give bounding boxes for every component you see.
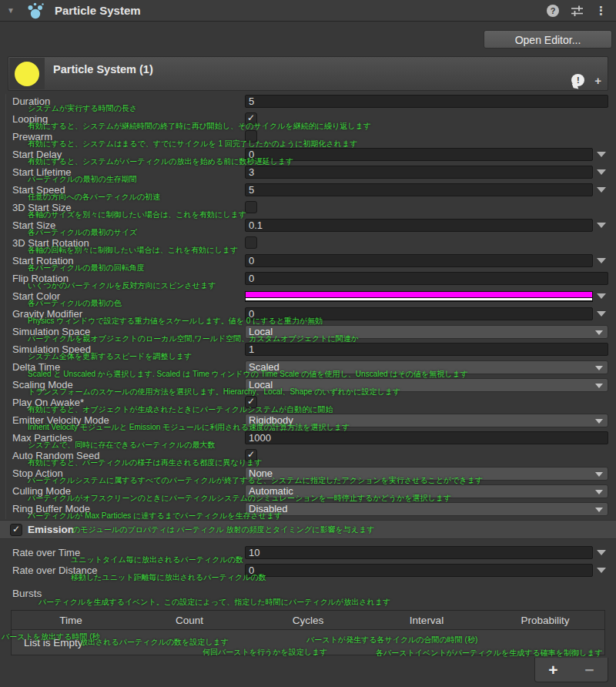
particle-system-icon xyxy=(26,2,45,20)
chevron-down-icon xyxy=(595,508,603,512)
property-row: Rate over Time ユニットタイム毎に放出されるパーティクルの数 10 xyxy=(0,545,616,563)
property-tooltip: Scaled と Unscaled から選択します. Scaled は Time… xyxy=(28,369,468,380)
property-row: Simulation Space パーティクルを親オブジェクトのローカル空間,ワ… xyxy=(0,324,616,342)
particle-system-name: Particle System (1) xyxy=(53,63,153,75)
presets-icon[interactable] xyxy=(571,5,584,17)
bursts-column-interval: Interval xyxy=(367,615,486,626)
value-field[interactable]: 10 xyxy=(245,546,593,559)
property-label: Rate over Time xyxy=(12,547,80,558)
bursts-table-header: TimeCountCyclesIntervalProbability xyxy=(11,610,605,630)
curve-options-icon[interactable] xyxy=(597,293,606,299)
burst-column-tooltip: バーストが発生する各サイクルの合間の時間 (秒) xyxy=(306,635,477,645)
bursts-tooltip: パーティクルを生成するイベント。この設定によって、指定した時間にパーティクルが放… xyxy=(38,597,390,608)
material-preview-box xyxy=(9,58,45,89)
value-field[interactable]: 0 xyxy=(245,272,608,285)
value-field[interactable]: 5 xyxy=(245,95,608,108)
property-row: Culling Mode パーティクルがオフスクリーンのときにパーティクルシステ… xyxy=(0,484,616,501)
property-tooltip: 有効にすると、システムはまるで、すでにサイクルを 1 回完了したかのように初期化… xyxy=(28,139,357,149)
bursts-column-time: Time xyxy=(12,615,130,626)
remove-burst-button[interactable]: − xyxy=(584,662,594,678)
property-row: Auto Random Seed 有効にすると、パーティクルの様子は再生される都… xyxy=(0,448,616,466)
open-editor-button[interactable]: Open Editor... xyxy=(484,30,612,49)
property-row: Scaling Mode トランスフォームのスケールの使用方法を選択します。Hi… xyxy=(0,377,616,395)
property-tooltip: 移動したユニット距離毎に放出されるパーティクルの数 xyxy=(71,572,266,583)
checkbox[interactable] xyxy=(245,201,257,213)
property-row: Delta Time Scaled と Unscaled から選択します. Sc… xyxy=(0,360,616,377)
value-field[interactable]: 0 xyxy=(245,148,593,161)
foldout-triangle-icon[interactable]: ▼ xyxy=(7,6,15,15)
property-tooltip: システムで、同時に存在できるパーティクルの最大数 xyxy=(28,440,216,451)
property-tooltip: パーティクルシステムに属するすべてのパーティクルが終了すると、システムに指定した… xyxy=(28,475,483,486)
curve-options-icon[interactable] xyxy=(597,311,606,317)
property-tooltip: システムが実行する時間の長さ xyxy=(28,103,137,114)
value-field[interactable]: 0.1 xyxy=(245,219,593,232)
curve-options-icon[interactable] xyxy=(597,258,606,263)
value-field[interactable]: 0 xyxy=(245,254,593,267)
burst-column-tooltip: 何回バーストを行うかを設定します xyxy=(203,647,327,658)
add-burst-button[interactable]: + xyxy=(548,662,557,678)
more-menu-icon[interactable]: ⋮ xyxy=(595,5,607,16)
property-tooltip: 各パーティクルの最初のサイズ xyxy=(28,227,137,238)
property-row: Start Color 各パーティクルの最初の色 xyxy=(0,289,616,307)
value-field[interactable]: 1 xyxy=(245,343,608,356)
chevron-down-icon xyxy=(595,490,603,494)
property-row: Play On Awake* 有効にすると、オブジェクトが生成されたときにパーテ… xyxy=(0,395,616,413)
material-preview-sphere[interactable] xyxy=(15,62,39,86)
dropdown[interactable]: Disabled xyxy=(245,502,608,516)
property-row: Max Particles システムで、同時に存在できるパーティクルの最大数 1… xyxy=(0,431,616,448)
property-tooltip: 各パーティクルの最初の色 xyxy=(28,298,122,309)
property-row: Looping 有効にすると、システムが継続時間の終了時に再び開始し、そのサイク… xyxy=(0,112,616,129)
curve-options-icon[interactable] xyxy=(597,550,606,555)
property-tooltip: 有効にすると、オブジェクトが生成されたときにパーティクルシステムが自動的に開始 xyxy=(28,404,333,415)
chevron-down-icon xyxy=(595,330,603,335)
curve-options-icon[interactable] xyxy=(597,568,606,573)
property-tooltip: パーティクルが Max Particles に達するまでパーティクルを生存させま… xyxy=(28,511,283,521)
property-row: Start Speed 任意の方向への各パーティクルの初速 5 xyxy=(0,183,616,200)
property-tooltip: 各軸の回転を別々に制御したい場合は、これを有効にします xyxy=(28,245,238,256)
property-tooltip: 任意の方向への各パーティクルの初速 xyxy=(28,192,160,203)
chevron-down-icon xyxy=(595,366,603,370)
help-icon[interactable]: ? xyxy=(547,5,559,17)
property-tooltip: パーティクルを親オブジェクトのローカル空間,ワールド空間、カスタムオブジェクトに… xyxy=(28,333,359,344)
emission-enabled-checkbox[interactable] xyxy=(10,524,22,536)
value-field[interactable]: 3 xyxy=(245,166,593,179)
property-tooltip: Physics ウィンドウで設定する重力値をスケールします。値を 0 にすると重… xyxy=(28,316,323,327)
property-row: 3D Start Size 各軸のサイズを別々に制御したい場合は、これを有効にし… xyxy=(0,200,616,218)
value-field[interactable]: 5 xyxy=(245,183,593,196)
property-tooltip: トランスフォームのスケールの使用方法を選択します。Hierarchy、Local… xyxy=(28,387,400,397)
curve-options-icon[interactable] xyxy=(597,223,606,228)
property-row: Start Lifetime パーティクルの最初の生存期間 3 xyxy=(0,165,616,183)
property-row: Rate over Distance 移動したユニット距離毎に放出されるパーティ… xyxy=(0,563,616,581)
property-row: Prewarm 有効にすると、システムはまるで、すでにサイクルを 1 回完了した… xyxy=(0,129,616,147)
property-tooltip: 有効にすると、システムが継続時間の終了時に再び開始し、そのサイクルを継続的に繰り… xyxy=(28,121,371,132)
component-header: ▼ Particle System ? ⋮ xyxy=(0,0,616,22)
value-field[interactable]: 1000 xyxy=(245,431,608,444)
property-tooltip: いくつかのパーティクルを反対方向にスピンさせます xyxy=(28,280,216,291)
curve-options-icon[interactable] xyxy=(597,152,606,157)
curve-options-icon[interactable] xyxy=(597,187,606,193)
property-tooltip: 各パーティクルの最初の回転角度 xyxy=(28,263,145,273)
property-tooltip: パーティクルの最初の生存期間 xyxy=(28,174,137,185)
property-row: Flip Rotation いくつかのパーティクルを反対方向にスピンさせます 0 xyxy=(0,271,616,289)
property-row: Start Delay 有効にすると、システムがパーティクルの放出を始める前に数… xyxy=(0,147,616,165)
checkbox[interactable] xyxy=(245,236,257,249)
main-properties: Duration システムが実行する時間の長さ 5 Looping 有効にすると… xyxy=(0,94,616,519)
property-row: Stop Action パーティクルシステムに属するすべてのパーティクルが終了す… xyxy=(0,466,616,484)
property-row: Gravity Modifier Physics ウィンドウで設定する重力値をス… xyxy=(0,307,616,324)
bursts-label: Bursts xyxy=(12,588,42,599)
value-field[interactable]: 0 xyxy=(245,564,593,577)
color-swatch[interactable] xyxy=(245,291,593,302)
add-icon[interactable]: + xyxy=(594,75,601,86)
bursts-column-cycles: Cycles xyxy=(249,615,367,626)
warning-bubble-icon[interactable]: ! xyxy=(571,74,584,86)
bursts-list-controls: + − xyxy=(534,658,608,682)
property-tooltip: ユニットタイム毎に放出されるパーティクルの数 xyxy=(71,555,243,565)
burst-column-tooltip: 放出されるパーティクルの数を設定します xyxy=(80,637,229,648)
bursts-column-count: Count xyxy=(130,615,249,626)
property-row: Start Size 各パーティクルの最初のサイズ 0.1 xyxy=(0,218,616,236)
emission-module-header[interactable]: Emission のモジュールのプロパティは パーティクル 放射の頻度とタイミン… xyxy=(0,520,616,539)
curve-options-icon[interactable] xyxy=(597,169,606,175)
inspector-panel: ▼ Particle System ? ⋮ Open Editor... Par… xyxy=(0,0,616,687)
property-row: Emitter Velocity Mode Inherit Velocity モ… xyxy=(0,413,616,431)
chevron-down-icon xyxy=(595,384,603,388)
